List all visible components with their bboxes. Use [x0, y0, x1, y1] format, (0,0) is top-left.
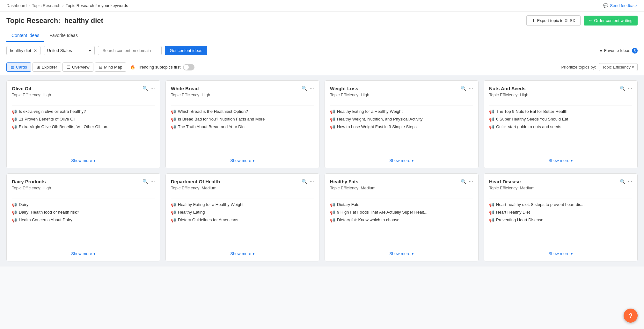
- tab-favorite-ideas[interactable]: Favorite Ideas: [44, 30, 83, 42]
- show-more-0[interactable]: Show more ▾: [12, 158, 155, 163]
- card-item-4-1: 📢 Dairy: Health food or health risk?: [12, 210, 155, 215]
- card-actions-1: 🔍 ⋯: [302, 86, 314, 91]
- show-more-5[interactable]: Show more ▾: [171, 251, 314, 256]
- card-item-text-7-0[interactable]: Heart-healthy diet: 8 steps to prevent h…: [496, 202, 584, 207]
- order-writing-button[interactable]: ✏ Order content writing: [584, 16, 638, 26]
- tab-content-ideas[interactable]: Content Ideas: [6, 30, 44, 42]
- show-more-1[interactable]: Show more ▾: [171, 158, 314, 163]
- card-items-0: 📢 Is extra-virgin olive oil extra health…: [12, 109, 155, 154]
- card-more-icon-3[interactable]: ⋯: [628, 86, 632, 91]
- card-search-icon-4[interactable]: 🔍: [143, 179, 148, 184]
- card-item-text-3-0[interactable]: The Top 9 Nuts to Eat for Better Health: [496, 109, 567, 114]
- card-item-text-5-0[interactable]: Healthy Eating for a Healthy Weight: [178, 202, 244, 207]
- card-item-7-1: 📢 Heart Healthy Diet: [489, 210, 632, 215]
- show-more-4[interactable]: Show more ▾: [12, 251, 155, 256]
- send-feedback-button[interactable]: 💬 Send feedback: [603, 3, 638, 8]
- card-item-text-6-0[interactable]: Dietary Fats: [337, 202, 359, 207]
- card-more-icon-6[interactable]: ⋯: [469, 179, 473, 184]
- card-item-text-1-2[interactable]: The Truth About Bread and Your Diet: [178, 124, 245, 129]
- card-item-text-1-0[interactable]: Which Bread is the Healthiest Option?: [178, 109, 248, 114]
- card-actions-2: 🔍 ⋯: [461, 86, 473, 91]
- show-more-3[interactable]: Show more ▾: [489, 158, 632, 163]
- show-more-6[interactable]: Show more ▾: [330, 251, 473, 256]
- card-item-3-1: 📢 6 Super Healthy Seeds You Should Eat: [489, 117, 632, 122]
- card-more-icon-4[interactable]: ⋯: [150, 179, 155, 184]
- card-item-7-0: 📢 Heart-healthy diet: 8 steps to prevent…: [489, 202, 632, 207]
- card-item-text-5-2[interactable]: Dietary Guidelines for Americans: [178, 217, 238, 222]
- search-domain-input[interactable]: [98, 46, 162, 55]
- megaphone-icon-6-2: 📢: [330, 218, 335, 223]
- card-search-icon-0[interactable]: 🔍: [143, 86, 148, 91]
- megaphone-icon-1-0: 📢: [171, 109, 176, 114]
- card-items-3: 📢 The Top 9 Nuts to Eat for Better Healt…: [489, 109, 632, 154]
- show-more-label-0: Show more: [71, 158, 92, 163]
- show-more-label-4: Show more: [71, 251, 92, 256]
- get-ideas-button[interactable]: Get content ideas: [165, 46, 208, 55]
- card-item-text-0-1[interactable]: 11 Proven Benefits of Olive Oil: [19, 117, 75, 121]
- trending-toggle-switch[interactable]: [183, 64, 194, 70]
- view-tab-explorer[interactable]: ⊞ Explorer: [33, 62, 61, 72]
- card-item-text-2-1[interactable]: Healthy Weight, Nutrition, and Physical …: [337, 117, 423, 121]
- show-more-label-2: Show more: [389, 158, 410, 163]
- show-more-chevron-3: ▾: [571, 158, 573, 163]
- card-item-text-1-1[interactable]: Is Bread Bad for You? Nutrition Facts an…: [178, 117, 265, 121]
- show-more-7[interactable]: Show more ▾: [489, 251, 632, 256]
- card-efficiency-1: Topic Efficiency: High: [171, 92, 314, 97]
- card-item-text-0-2[interactable]: Extra Virgin Olive Oil: Benefits, Vs. Ot…: [19, 124, 111, 129]
- country-select[interactable]: United States ▾: [44, 46, 95, 55]
- card-more-icon-1[interactable]: ⋯: [310, 86, 314, 91]
- card-divider-7: [489, 199, 632, 199]
- card-search-icon-2[interactable]: 🔍: [461, 86, 466, 91]
- card-item-6-1: 📢 9 High Fat Foods That Are Actually Sup…: [330, 210, 473, 215]
- card-item-text-4-2[interactable]: Health Concerns About Dairy: [19, 217, 72, 222]
- favorite-ideas-button[interactable]: ≡ Favorite Ideas 5: [600, 48, 638, 54]
- card-more-icon-2[interactable]: ⋯: [469, 86, 473, 91]
- keyword-clear-button[interactable]: ✕: [34, 48, 37, 53]
- megaphone-icon-4-0: 📢: [12, 202, 17, 207]
- breadcrumb-dashboard[interactable]: Dashboard: [6, 3, 27, 8]
- send-feedback-label: Send feedback: [610, 3, 638, 8]
- card-search-icon-1[interactable]: 🔍: [302, 86, 307, 91]
- card-item-2-2: 📢 How to Lose Weight Fast in 3 Simple St…: [330, 124, 473, 129]
- card-actions-6: 🔍 ⋯: [461, 179, 473, 184]
- megaphone-icon-2-0: 📢: [330, 109, 335, 114]
- card-more-icon-5[interactable]: ⋯: [310, 179, 314, 184]
- card-item-text-6-1[interactable]: 9 High Fat Foods That Are Actually Super…: [337, 210, 428, 215]
- card-item-text-2-2[interactable]: How to Lose Weight Fast in 3 Simple Step…: [337, 124, 417, 129]
- card-item-text-4-1[interactable]: Dairy: Health food or health risk?: [19, 210, 79, 215]
- card-more-icon-7[interactable]: ⋯: [628, 179, 632, 184]
- card-efficiency-0: Topic Efficiency: High: [12, 92, 155, 97]
- cards-tab-icon: ▦: [11, 65, 14, 69]
- card-search-icon-5[interactable]: 🔍: [302, 179, 307, 184]
- cards-tab-label: Cards: [16, 65, 27, 69]
- card-more-icon-0[interactable]: ⋯: [150, 86, 155, 91]
- megaphone-icon-0-1: 📢: [12, 117, 17, 122]
- view-tab-mindmap[interactable]: ⊟ Mind Map: [95, 62, 126, 72]
- card-search-icon-3[interactable]: 🔍: [620, 86, 625, 91]
- card-item-text-7-1[interactable]: Heart Healthy Diet: [496, 210, 530, 215]
- show-more-2[interactable]: Show more ▾: [330, 158, 473, 163]
- card-item-text-3-2[interactable]: Quick-start guide to nuts and seeds: [496, 124, 561, 129]
- fire-icon: 🔥: [130, 65, 135, 69]
- priority-select[interactable]: Topic Efficiency ▾: [599, 63, 638, 71]
- export-button[interactable]: ⬆ Export topic to XLSX: [526, 15, 581, 26]
- card-item-text-6-2[interactable]: Dietary fat: Know which to choose: [337, 217, 399, 222]
- card-item-5-2: 📢 Dietary Guidelines for Americans: [171, 217, 314, 223]
- card-item-text-2-0[interactable]: Healthy Eating for a Healthy Weight: [337, 109, 403, 114]
- breadcrumb-topic-research[interactable]: Topic Research: [32, 3, 61, 8]
- card-item-text-5-1[interactable]: Healthy Eating: [178, 210, 205, 215]
- card-item-text-3-1[interactable]: 6 Super Healthy Seeds You Should Eat: [496, 117, 568, 121]
- card-search-icon-7[interactable]: 🔍: [620, 179, 625, 184]
- card-efficiency-2: Topic Efficiency: High: [330, 92, 473, 97]
- country-value: United States: [47, 48, 72, 53]
- card-divider-6: [330, 199, 473, 199]
- view-tab-cards[interactable]: ▦ Cards: [6, 62, 31, 72]
- card-item-text-4-0[interactable]: Dairy: [19, 202, 28, 207]
- card-item-6-0: 📢 Dietary Fats: [330, 202, 473, 207]
- card-item-text-7-2[interactable]: Preventing Heart Disease: [496, 217, 543, 222]
- card-item-5-1: 📢 Healthy Eating: [171, 210, 314, 215]
- view-tab-overview[interactable]: ☰ Overview: [62, 62, 93, 72]
- keyword-tag[interactable]: healthy diet ✕: [6, 46, 40, 55]
- card-search-icon-6[interactable]: 🔍: [461, 179, 466, 184]
- card-item-text-0-0[interactable]: Is extra-virgin olive oil extra healthy?: [19, 109, 86, 114]
